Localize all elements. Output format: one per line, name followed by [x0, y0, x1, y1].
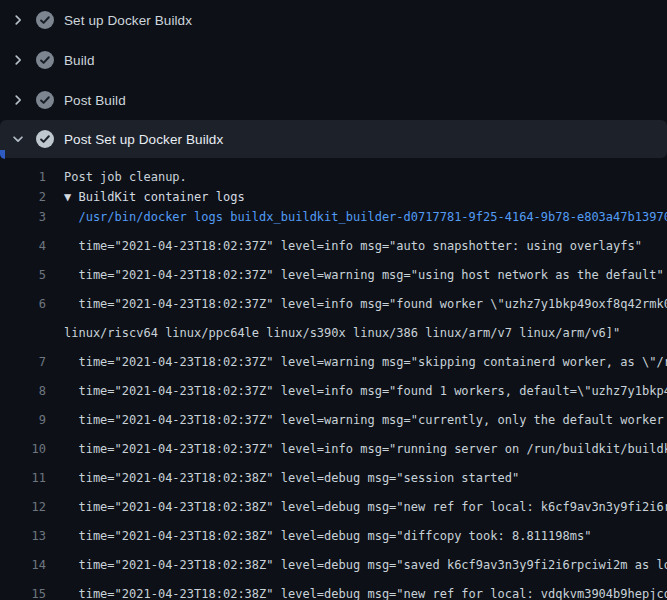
- log-line-number: 11: [0, 468, 46, 488]
- log-line-text: time="2021-04-23T18:02:37Z" level=warnin…: [46, 265, 664, 285]
- actions-log-viewer: Set up Docker Buildx Build P: [0, 0, 667, 600]
- step-section-header[interactable]: Build: [0, 40, 667, 80]
- step-title: Post Set up Docker Buildx: [64, 132, 223, 147]
- log-line-text: time="2021-04-23T18:02:38Z" level=debug …: [46, 526, 591, 546]
- check-circle-icon: [36, 130, 54, 148]
- log-row[interactable]: 1 Post job cleanup.: [0, 167, 667, 187]
- log-line-text: ▼ BuildKit container logs: [46, 187, 245, 207]
- log-line-number: 2: [0, 187, 46, 207]
- log-line-number: 8: [0, 381, 46, 401]
- log-row[interactable]: 5 time="2021-04-23T18:02:37Z" level=warn…: [0, 256, 667, 285]
- log-line-number: 3: [0, 207, 46, 227]
- log-row[interactable]: 15 time="2021-04-23T18:02:38Z" level=deb…: [0, 575, 667, 600]
- log-line-text: time="2021-04-23T18:02:38Z" level=debug …: [46, 497, 667, 517]
- log-row[interactable]: 2 ▼ BuildKit container logs: [0, 187, 667, 207]
- log-row[interactable]: 4 time="2021-04-23T18:02:37Z" level=info…: [0, 227, 667, 256]
- log-line-text: time="2021-04-23T18:02:37Z" level=info m…: [46, 236, 642, 256]
- step-title: Post Build: [64, 93, 126, 108]
- log-line-text: time="2021-04-23T18:02:37Z" level=info m…: [46, 381, 667, 401]
- chevron-down-icon[interactable]: [10, 131, 26, 147]
- log-row[interactable]: 13 time="2021-04-23T18:02:38Z" level=deb…: [0, 517, 667, 546]
- log-line-text: time="2021-04-23T18:02:37Z" level=info m…: [46, 439, 667, 459]
- log-line-number: 12: [0, 497, 46, 517]
- log-row[interactable]: 9 time="2021-04-23T18:02:37Z" level=warn…: [0, 401, 667, 430]
- chevron-right-icon[interactable]: [10, 92, 26, 108]
- step-title: Build: [64, 53, 95, 68]
- check-circle-icon: [36, 91, 54, 109]
- log-line-number: 13: [0, 526, 46, 546]
- chevron-right-icon[interactable]: [10, 52, 26, 68]
- log-line-text: linux/riscv64 linux/ppc64le linux/s390x …: [46, 323, 620, 343]
- log-line-number: 15: [0, 584, 46, 600]
- steps-list: Set up Docker Buildx Build P: [0, 0, 667, 158]
- log-line-text: time="2021-04-23T18:02:37Z" level=warnin…: [46, 352, 667, 372]
- log-row[interactable]: 10 time="2021-04-23T18:02:37Z" level=inf…: [0, 430, 667, 459]
- log-line-number: 9: [0, 410, 46, 430]
- log-line-number: 4: [0, 236, 46, 256]
- log-line-text: time="2021-04-23T18:02:38Z" level=debug …: [46, 468, 519, 488]
- log-line-number: 5: [0, 265, 46, 285]
- step-section-header[interactable]: Set up Docker Buildx: [0, 0, 667, 40]
- focus-ring-fragment: [0, 150, 5, 159]
- log-row[interactable]: linux/riscv64 linux/ppc64le linux/s390x …: [0, 314, 667, 343]
- log-line-number: [0, 323, 46, 343]
- check-circle-icon: [36, 51, 54, 69]
- chevron-right-icon[interactable]: [10, 12, 26, 28]
- log-line-text: time="2021-04-23T18:02:37Z" level=info m…: [46, 294, 667, 314]
- log-line-text: time="2021-04-23T18:02:37Z" level=warnin…: [46, 410, 667, 430]
- step-section-header[interactable]: Post Set up Docker Buildx: [0, 120, 667, 158]
- log-line-text: /usr/bin/docker logs buildx_buildkit_bui…: [46, 207, 667, 227]
- log-row[interactable]: 6 time="2021-04-23T18:02:37Z" level=info…: [0, 285, 667, 314]
- log-line-text: Post job cleanup.: [46, 167, 187, 187]
- log-line-text: time="2021-04-23T18:02:38Z" level=debug …: [46, 584, 667, 600]
- log-row[interactable]: 12 time="2021-04-23T18:02:38Z" level=deb…: [0, 488, 667, 517]
- log-line-number: 7: [0, 352, 46, 372]
- log-row[interactable]: 7 time="2021-04-23T18:02:37Z" level=warn…: [0, 343, 667, 372]
- log-line-number: 14: [0, 555, 46, 575]
- log-line-number: 6: [0, 294, 46, 314]
- log-row[interactable]: 14 time="2021-04-23T18:02:38Z" level=deb…: [0, 546, 667, 575]
- log-line-number: 10: [0, 439, 46, 459]
- log-line-text: time="2021-04-23T18:02:38Z" level=debug …: [46, 555, 667, 575]
- log-row[interactable]: 3 /usr/bin/docker logs buildx_buildkit_b…: [0, 207, 667, 227]
- check-circle-icon: [36, 11, 54, 29]
- log-row[interactable]: 8 time="2021-04-23T18:02:37Z" level=info…: [0, 372, 667, 401]
- step-title: Set up Docker Buildx: [64, 13, 192, 28]
- log-row[interactable]: 11 time="2021-04-23T18:02:38Z" level=deb…: [0, 459, 667, 488]
- log-line-number: 1: [0, 167, 46, 187]
- step-section-header[interactable]: Post Build: [0, 80, 667, 120]
- log-area: 1 Post job cleanup. 2 ▼ BuildKit contain…: [0, 158, 667, 600]
